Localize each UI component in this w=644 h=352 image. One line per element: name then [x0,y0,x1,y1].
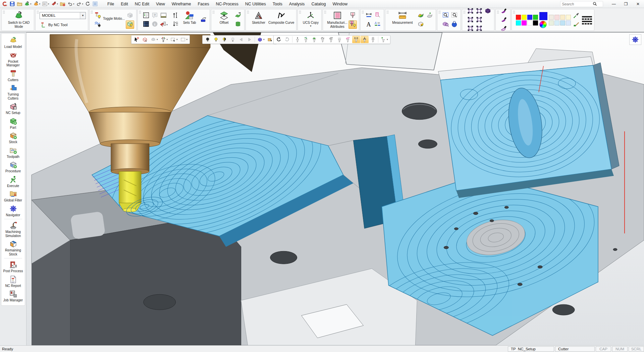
import-tool-button[interactable]: ▾ [50,1,59,7]
dimension-button[interactable] [365,12,373,20]
load-green-button[interactable]: ▾ [23,1,32,7]
pick-rect-button[interactable]: ▾ [169,36,179,43]
render-hatch-button[interactable] [500,25,508,33]
sidebar-item-execute[interactable]: Execute [1,174,25,189]
surface-wave-button[interactable] [234,20,242,29]
help-button[interactable]: ? [151,12,159,20]
zoom-window-button[interactable] [441,12,450,20]
line-style-list[interactable] [582,16,592,24]
sidebar-item-pocket-manager[interactable]: Pocket Manager [1,50,25,68]
minimize-button[interactable]: — [608,0,620,8]
window-300-button[interactable]: 300▾ [41,1,50,7]
menu-edit[interactable]: Edit [117,1,131,7]
viewport-canvas[interactable] [26,33,644,345]
menu-view[interactable]: View [153,1,168,7]
close-button[interactable]: ✕ [632,0,644,8]
mfg-cutter-visibility-button[interactable] [348,20,357,29]
nav-next-button[interactable] [246,36,254,43]
sidebar-item-cutters[interactable]: Cutters [1,68,25,83]
sidebar-item-turning-cutters[interactable]: Turning Cutters [1,83,25,101]
nc-tool-menu-button[interactable]: ▾ [159,20,168,29]
pick-shape-button[interactable]: ▾ [149,36,159,43]
paint-brush-button[interactable] [572,20,581,29]
pale-color-swatch[interactable] [560,15,565,20]
view-solid-button[interactable] [484,7,492,16]
info-button[interactable]: i [151,20,159,29]
menu-nc-utilities[interactable]: NC Utilities [242,1,269,7]
mfg-cutter-button[interactable] [348,12,357,20]
zoom-solid-button[interactable] [441,20,450,29]
view-iso-button[interactable] [466,7,475,16]
view-side-button[interactable] [475,16,483,24]
pick-cursor-button[interactable] [132,36,141,43]
zoom-all-button[interactable] [450,12,459,20]
color-swatch[interactable] [533,15,538,20]
color-swatch[interactable] [533,20,538,25]
pale-color-swatch[interactable] [549,15,554,20]
toolpath-tool-visibility-button[interactable] [94,12,102,20]
composite-curve-button[interactable]: Composite Curve [268,10,294,30]
color-swatch[interactable] [522,15,527,20]
measurement-button[interactable]: Measurement [389,10,416,30]
menu-nc-process[interactable]: NC-Process [212,1,241,7]
list-button[interactable] [92,1,99,7]
color-wheel[interactable] [539,21,547,28]
chevron-down-icon[interactable]: ▼ [80,12,86,19]
redo-button[interactable]: ▾ [75,1,84,7]
search-input[interactable] [562,2,593,6]
accent-color-swatch[interactable] [539,12,547,20]
sidebar-item-nc-report[interactable]: NC Report [1,274,25,289]
refresh-button[interactable] [84,1,91,7]
pale-color-swatch[interactable] [554,20,559,25]
sidebar-item-machining-simulation[interactable]: Machining Simulation [1,220,25,239]
pale-color-swatch[interactable] [560,20,565,25]
menu-file[interactable]: File [104,1,117,7]
filter-curve-button[interactable] [319,36,327,43]
ucs-copy-button[interactable]: UCS Copy ▼ [302,10,319,30]
color-swatch[interactable] [522,20,527,25]
sidebar-item-remaining-stock[interactable]: Remaining Stock [1,239,25,257]
color-swatch[interactable] [516,15,521,20]
sidebar-item-global-filter[interactable]: Global Filter [1,189,25,203]
view-back-button[interactable] [466,25,475,33]
sidebar-item-post-process[interactable]: Post Process [1,259,25,274]
sidebar-item-navigator[interactable]: Navigator [1,203,25,218]
menu-window[interactable]: Window [329,1,351,7]
pale-color-swatch[interactable] [566,15,571,20]
view-front-button[interactable] [475,7,483,16]
motion-curves-visibility-button[interactable] [94,20,102,29]
bulb-yellow-button[interactable] [212,36,220,43]
part-visibility-button[interactable] [126,20,134,29]
offset-button[interactable]: Offset [215,10,233,30]
surface-extend-button[interactable] [234,12,242,20]
filter-edge-button[interactable] [335,36,343,43]
menu-wireframe[interactable]: Wireframe [168,1,195,7]
sidebar-item-toolpath[interactable]: Toolpath [1,145,25,160]
color-swatch[interactable] [516,20,521,25]
pick-window-button[interactable]: ▾ [179,36,189,43]
table-view-button[interactable] [142,20,150,29]
window-view-button[interactable] [159,12,168,20]
search-box[interactable] [560,1,603,7]
vertical-order-down-button[interactable] [171,20,180,29]
mouse-settings-button[interactable] [450,20,459,29]
toggle-motion-button[interactable]: Toggle Motio... [103,10,125,30]
menu-analysis[interactable]: Analysis [286,1,308,7]
blue-flag-button[interactable] [199,16,208,24]
menu-faces[interactable]: Faces [194,1,212,7]
text-button[interactable]: A [365,20,373,29]
sets-tab-button[interactable]: Sets Tab [181,10,198,30]
color-swatch[interactable] [527,15,532,20]
sidebar-item-stock[interactable]: Stock [1,130,25,145]
note-button[interactable] [373,12,382,20]
filter-solid-button[interactable] [369,36,377,43]
save-button[interactable] [9,1,16,7]
filter-ucs-button[interactable] [361,36,369,43]
pick-filter-button[interactable]: ▾ [159,36,169,43]
procedure-list-button[interactable] [142,12,150,20]
open-folder-button[interactable] [16,1,23,7]
bulb-mixed-button[interactable] [220,36,228,43]
bulb-dark-button[interactable] [204,36,212,43]
restore-button[interactable]: ❐ [620,0,632,8]
analysis-surface-button[interactable] [417,12,425,20]
